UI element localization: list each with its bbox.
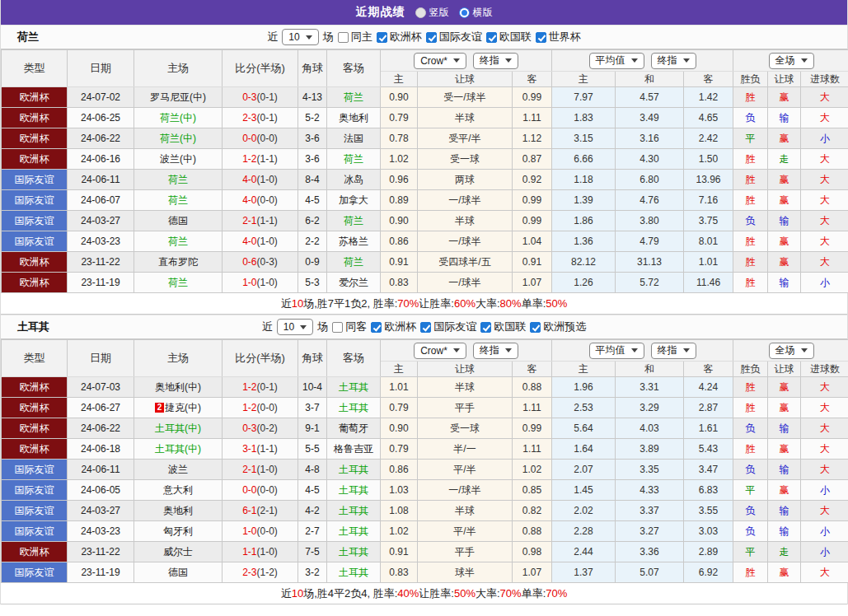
home-team-cell: 荷兰(中): [134, 108, 223, 128]
summary-segment: 让胜率:: [419, 586, 454, 601]
away-team-cell: 荷兰: [327, 87, 381, 108]
competition-filter-2[interactable]: 欧国联: [486, 30, 532, 44]
away-team-name: 冰岛: [344, 174, 363, 185]
home-team-cell: 波兰: [134, 460, 223, 480]
avg-stage-select-value: 终指: [658, 343, 677, 357]
away-team-name: 法国: [344, 133, 363, 144]
column-header-2: 主场: [134, 50, 223, 87]
avg-source-select[interactable]: 平均值: [589, 343, 644, 359]
competition-filter-0[interactable]: 欧洲杯: [377, 30, 422, 44]
avg-stage-select[interactable]: 终指: [651, 343, 696, 359]
avg-home-cell: 2.07: [552, 460, 616, 480]
handicap-cell: 一/球半: [418, 190, 513, 211]
layout-radio-vertical[interactable]: 竖版: [415, 6, 449, 20]
match-date: 23-11-19: [68, 273, 134, 293]
odds-home-cell: 0.86: [381, 460, 418, 480]
odds-stage-select[interactable]: 终指: [473, 53, 518, 69]
avg-home-cell: 1.18: [552, 170, 616, 190]
competition-checkbox-3[interactable]: [536, 32, 546, 43]
competition-checkbox-3[interactable]: [530, 322, 541, 333]
sub-header-5: 客: [684, 362, 733, 377]
goals-result-cell: 大: [801, 108, 848, 128]
result-cell: 平: [733, 542, 768, 562]
home-team-name: 捷克(中): [165, 402, 201, 413]
competition-label: 国际友谊: [433, 320, 476, 334]
record-summary: 近10场,胜4平2负4, 胜率:40% 让胜率:50% 大率:70% 单率:70…: [1, 583, 847, 604]
score-cell: 0-3(0-1): [223, 87, 298, 108]
scope-select[interactable]: 全场: [769, 53, 814, 69]
handicap-cell: 半球: [418, 211, 513, 231]
competition-checkbox-1[interactable]: [420, 322, 431, 333]
corner-cell: 3-6: [298, 128, 327, 149]
home-team-cell: 奥地利(中): [134, 377, 223, 398]
fulltime-score: 1-0: [242, 277, 256, 288]
avg-stage-select[interactable]: 终指: [651, 53, 696, 69]
avg-away-cell: 3.75: [684, 211, 733, 231]
competition-label: 欧洲杯: [390, 30, 422, 44]
odds-source-select[interactable]: Crow*: [414, 343, 466, 359]
handicap-cell: 半球: [418, 377, 513, 398]
away-team-name: 土耳其: [339, 525, 368, 537]
competition-checkbox-1[interactable]: [426, 32, 437, 43]
scope-select-group: 全场: [733, 50, 848, 72]
avg-home-cell: 1.86: [552, 211, 616, 231]
competition-checkbox-0[interactable]: [371, 322, 382, 333]
goals-result-cell: 大: [801, 398, 848, 418]
avg-home-cell: 1.36: [552, 231, 616, 252]
layout-radio-horizontal[interactable]: 横版: [459, 6, 493, 20]
odds-home-cell: 0.91: [381, 542, 418, 562]
scope-select[interactable]: 全场: [769, 343, 814, 359]
home-team-cell: 罗马尼亚(中): [134, 87, 223, 108]
summary-segment: 70%: [546, 587, 567, 600]
fulltime-score: 1-2: [242, 402, 256, 413]
match-count-select[interactable]: 10: [282, 29, 318, 45]
competition-filter-0[interactable]: 欧洲杯: [371, 320, 416, 334]
avg-draw-cell: 3.27: [616, 521, 684, 542]
avg-draw-cell: 3.31: [616, 377, 684, 398]
handicap-cell: 受一/球半: [418, 87, 513, 108]
away-team-cell: 土耳其: [327, 542, 381, 562]
goals-result-cell: 大: [801, 439, 848, 460]
odds-source-select[interactable]: Crow*: [414, 53, 466, 69]
competition-cell: 国际友谊: [2, 501, 68, 521]
competition-filter-3[interactable]: 世界杯: [536, 30, 581, 44]
home-team-cell: 波兰(中): [134, 149, 223, 170]
avg-draw-cell: 5.07: [616, 562, 684, 583]
competition-checkbox-0[interactable]: [377, 32, 387, 43]
goals-result-cell: 大: [801, 190, 848, 211]
match-row: 国际友谊24-03-27德国2-1(1-1)6-2荷兰0.90半球0.991.8…: [2, 211, 848, 231]
column-header-5: 客场: [327, 50, 381, 87]
same-venue-filter[interactable]: 同主: [338, 30, 372, 44]
competition-checkbox-2[interactable]: [486, 32, 497, 43]
same-venue-checkbox[interactable]: [332, 322, 343, 333]
home-team-name: 荷兰: [168, 194, 188, 206]
handicap-cell: 半/一: [418, 439, 513, 460]
away-team-name: 苏格兰: [339, 236, 368, 247]
avg-draw-cell: 4.30: [616, 149, 684, 170]
match-date: 24-06-11: [68, 460, 134, 480]
competition-checkbox-2[interactable]: [480, 322, 491, 333]
competition-filter-1[interactable]: 国际友谊: [426, 30, 482, 44]
page-title: 近期战绩: [356, 5, 405, 20]
goals-result-cell: 大: [801, 211, 848, 231]
scope-select-group: 全场: [733, 340, 848, 362]
home-team-cell: 直布罗陀: [134, 252, 223, 273]
competition-filter-2[interactable]: 欧国联: [480, 320, 526, 334]
competition-filter-1[interactable]: 国际友谊: [420, 320, 476, 334]
competition-filter-3[interactable]: 欧洲预选: [530, 320, 586, 334]
match-row: 国际友谊24-03-27奥地利6-1(2-1)4-2土耳其1.08半球0.822…: [2, 501, 848, 521]
match-count-select[interactable]: 10: [277, 319, 313, 335]
same-venue-filter[interactable]: 同客: [332, 320, 367, 334]
home-team-cell: 奥地利: [134, 501, 223, 521]
avg-source-select[interactable]: 平均值: [589, 53, 644, 69]
odds-stage-select[interactable]: 终指: [473, 343, 518, 359]
chevron-down-icon: [683, 348, 690, 352]
near-label: 近: [262, 320, 273, 334]
result-cell: 平: [733, 480, 768, 501]
handicap-result-cell: 赢: [768, 398, 801, 418]
match-date: 24-07-02: [68, 87, 134, 108]
handicap-result-cell: 输: [768, 521, 801, 542]
same-venue-checkbox[interactable]: [338, 32, 349, 43]
home-team-cell: 德国: [134, 211, 223, 231]
avg-home-cell: 1.37: [552, 562, 616, 583]
